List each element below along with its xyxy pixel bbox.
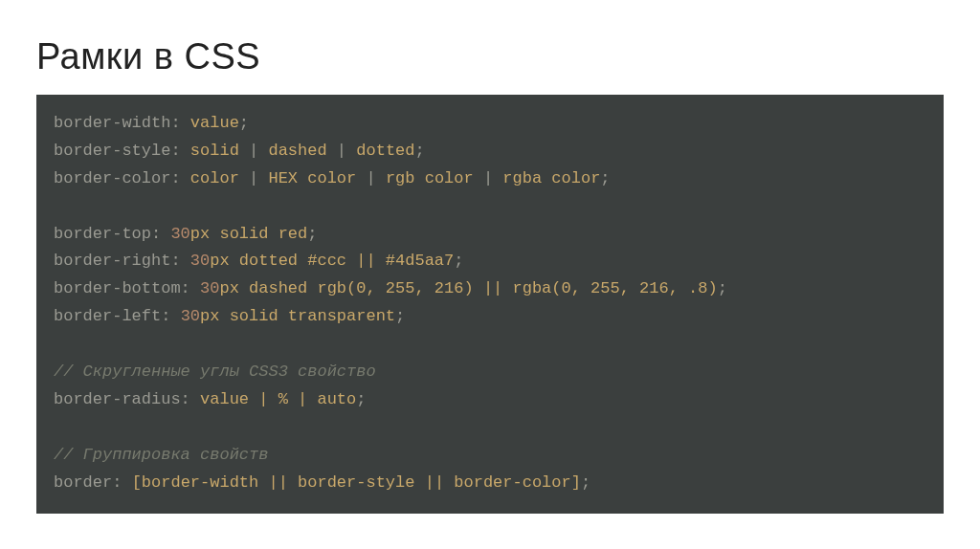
css-value: value	[190, 114, 239, 132]
code-line: border: [border-width || border-style ||…	[54, 470, 926, 497]
slide: Рамки в CSS border-width: value;border-s…	[0, 0, 980, 549]
code-line: border-radius: value | % | auto;	[54, 386, 926, 414]
blank-line	[54, 414, 926, 442]
code-line: border-color: color | HEX color | rgb co…	[54, 165, 926, 193]
code-line: border-width: value;	[54, 110, 926, 138]
slide-title: Рамки в CSS	[36, 36, 944, 77]
blank-line	[54, 331, 926, 359]
code-line: border-style: solid | dashed | dotted;	[54, 138, 926, 165]
code-line: border-right: 30px dotted #ccc || #4d5aa…	[54, 248, 926, 275]
code-line: border-top: 30px solid red;	[54, 221, 926, 249]
css-property: border-color:	[54, 169, 181, 187]
code-comment: // Группировка свойств	[54, 442, 926, 470]
css-property: border-style:	[54, 142, 181, 160]
code-line: border-left: 30px solid transparent;	[54, 303, 926, 331]
css-property: border-width:	[54, 114, 181, 132]
css-value: solid	[190, 142, 239, 160]
code-comment: // Скругленные углы CSS3 свойство	[54, 359, 926, 386]
code-line: border-bottom: 30px dashed rgb(0, 255, 2…	[54, 275, 926, 303]
punct: ;	[239, 114, 249, 132]
code-block: border-width: value;border-style: solid …	[36, 95, 944, 514]
blank-line	[54, 193, 926, 221]
